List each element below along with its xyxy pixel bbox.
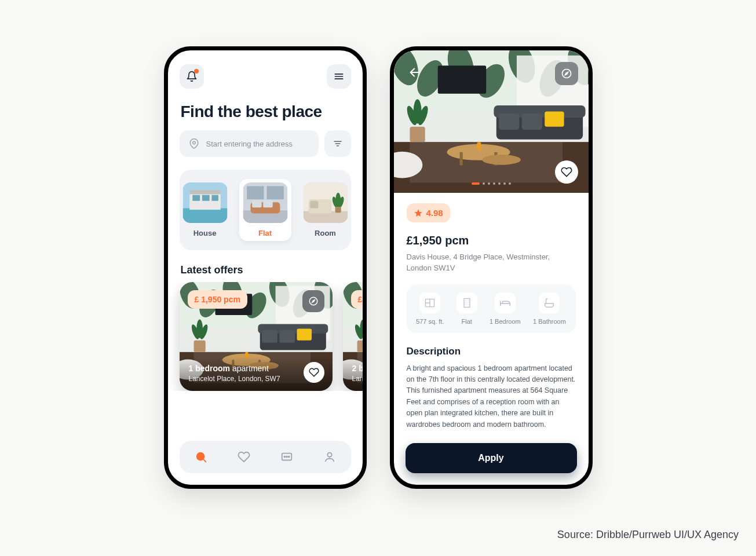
pager-dot[interactable]: [483, 182, 485, 185]
latest-offers-title: Latest offers: [168, 250, 363, 282]
menu-icon: [333, 71, 345, 82]
amenity-label: 1 Bedroom: [490, 318, 521, 325]
detail-screen: 4.98 £1,950 pcm Davis House, 4 Bridge Pl…: [390, 46, 593, 489]
heart-icon: [238, 451, 250, 463]
apply-label: Apply: [478, 453, 503, 463]
back-button[interactable]: [404, 62, 425, 83]
amenity-type: Flat: [456, 292, 477, 325]
pager-dot[interactable]: [472, 182, 480, 185]
notification-dot: [194, 69, 199, 74]
category-chooser: House Flat Room: [180, 170, 351, 250]
category-room[interactable]: Room: [300, 179, 352, 241]
compass-icon: [308, 296, 319, 306]
chat-icon: [280, 451, 293, 463]
svg-point-64: [288, 456, 289, 458]
pager-dot[interactable]: [503, 182, 506, 185]
image-pager[interactable]: [394, 182, 589, 185]
apply-button[interactable]: Apply: [406, 443, 577, 473]
house-thumb-image: [182, 182, 228, 223]
bottom-tab-bar: [180, 441, 351, 473]
search-input[interactable]: Start entering the address: [180, 130, 319, 157]
amenity-label: 577 sq. ft.: [416, 318, 444, 325]
svg-point-63: [286, 456, 287, 458]
svg-marker-69: [414, 209, 422, 217]
amenity-bedrooms: 1 Bedroom: [490, 292, 521, 325]
price-pill: £ 1,950 pcm: [188, 290, 247, 309]
amenity-sqft: 577 sq. ft.: [416, 292, 444, 325]
pager-dot[interactable]: [498, 182, 501, 185]
amenity-bathrooms: 1 Bathroom: [533, 292, 566, 325]
amenities-strip: 577 sq. ft. Flat 1 Bedroom 1 Bathroom: [407, 284, 576, 333]
page-title: Find the best place: [168, 89, 363, 130]
floorplan-icon: [424, 297, 436, 309]
svg-point-53: [192, 141, 195, 144]
favorite-button[interactable]: [555, 160, 578, 184]
filter-button[interactable]: [324, 130, 351, 157]
filter-icon: [333, 138, 343, 149]
menu-button[interactable]: [327, 64, 351, 89]
top-bar: [168, 64, 363, 89]
compass-icon: [561, 68, 572, 79]
listing-price: £1,950 pcm: [407, 234, 576, 247]
hero-image: [394, 50, 589, 193]
offer-card[interactable]: £ 1,950 pcm 1 bedroom apartment Lancelot…: [180, 282, 333, 391]
rating-value: 4.98: [426, 208, 443, 218]
amenity-label: Flat: [462, 318, 472, 325]
category-label: House: [193, 229, 217, 237]
notifications-button[interactable]: [180, 64, 204, 89]
svg-marker-58: [312, 300, 315, 303]
svg-point-65: [327, 453, 331, 457]
compass-button[interactable]: [302, 290, 324, 312]
svg-rect-73: [464, 298, 470, 307]
compass-button[interactable]: [555, 62, 578, 85]
listing-address: Davis House, 4 Bridge Place, Westminster…: [407, 252, 569, 274]
category-flat[interactable]: Flat: [239, 179, 291, 241]
flat-thumb-image: [243, 182, 288, 223]
offer-title: 2 bed: [352, 364, 363, 373]
offer-meta: 2 bed Lance…: [343, 357, 363, 391]
tab-profile[interactable]: [323, 451, 336, 463]
price-pill: £ 2,…: [351, 290, 363, 309]
room-thumb-image: [303, 182, 348, 223]
category-label: Flat: [258, 229, 272, 237]
tab-explore[interactable]: [195, 451, 207, 463]
source-credit: Source: Dribble/Purrweb UI/UX Agency: [557, 529, 739, 541]
tab-favorites[interactable]: [238, 451, 250, 463]
rating-pill: 4.98: [407, 203, 450, 222]
building-icon: [461, 297, 473, 309]
offers-carousel[interactable]: £ 1,950 pcm 1 bedroom apartment Lancelot…: [168, 282, 363, 391]
user-icon: [323, 451, 336, 463]
detail-body: 4.98 £1,950 pcm Davis House, 4 Bridge Pl…: [394, 193, 589, 430]
svg-marker-68: [565, 72, 568, 75]
heart-icon: [561, 166, 572, 178]
offer-card[interactable]: £ 2,… 2 bed Lance…: [343, 282, 363, 391]
offer-address: Lancelot Place, London, SW7: [189, 375, 323, 383]
arrow-left-icon: [408, 66, 421, 79]
search-placeholder: Start entering the address: [206, 140, 293, 148]
tab-messages[interactable]: [280, 451, 293, 463]
bath-icon: [543, 297, 556, 309]
bed-icon: [499, 297, 512, 309]
svg-point-62: [284, 456, 285, 458]
pager-dot[interactable]: [509, 182, 511, 185]
offer-title: 1 bedroom apartment: [189, 364, 323, 373]
offer-address: Lance…: [352, 375, 363, 383]
svg-line-60: [203, 460, 206, 462]
pager-dot[interactable]: [488, 182, 490, 185]
heart-icon: [309, 367, 319, 378]
pin-icon: [189, 138, 199, 149]
pager-dot[interactable]: [493, 182, 495, 185]
amenity-label: 1 Bathroom: [533, 318, 566, 325]
description-heading: Description: [407, 346, 576, 357]
description-text: A bright and spacious 1 bedroom apartmen…: [407, 363, 576, 430]
favorite-button[interactable]: [304, 362, 324, 383]
category-label: Room: [315, 229, 336, 237]
star-icon: [414, 209, 423, 218]
search-row: Start entering the address: [168, 130, 363, 157]
home-screen: Find the best place Start entering the a…: [164, 46, 367, 489]
category-house[interactable]: House: [179, 179, 231, 241]
explore-icon: [195, 451, 207, 463]
